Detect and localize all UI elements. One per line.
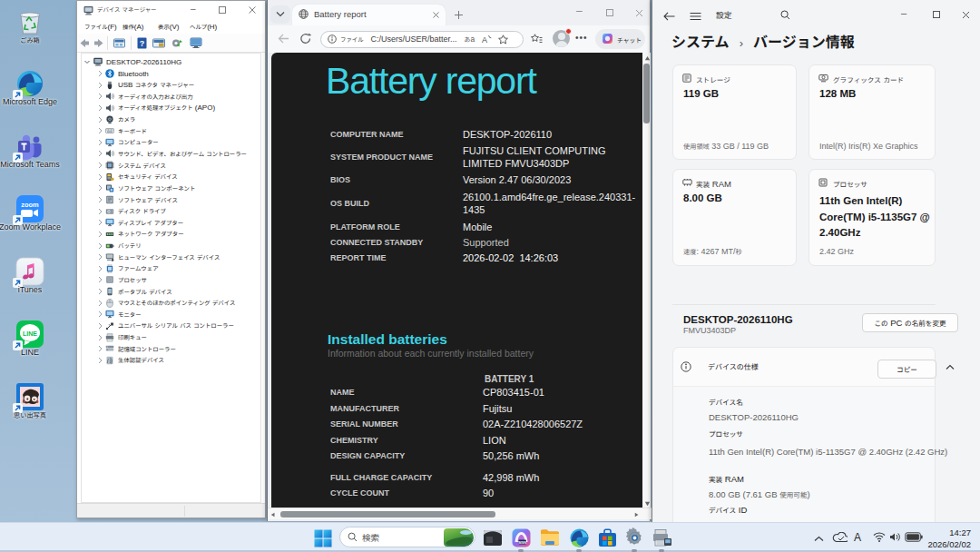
svg-text:?: ? xyxy=(140,39,145,48)
svg-text:LINE: LINE xyxy=(23,330,37,337)
svg-text:zoom: zoom xyxy=(21,201,39,209)
svg-text:A: A xyxy=(482,34,487,44)
svg-text:MSN: MSN xyxy=(518,540,526,544)
